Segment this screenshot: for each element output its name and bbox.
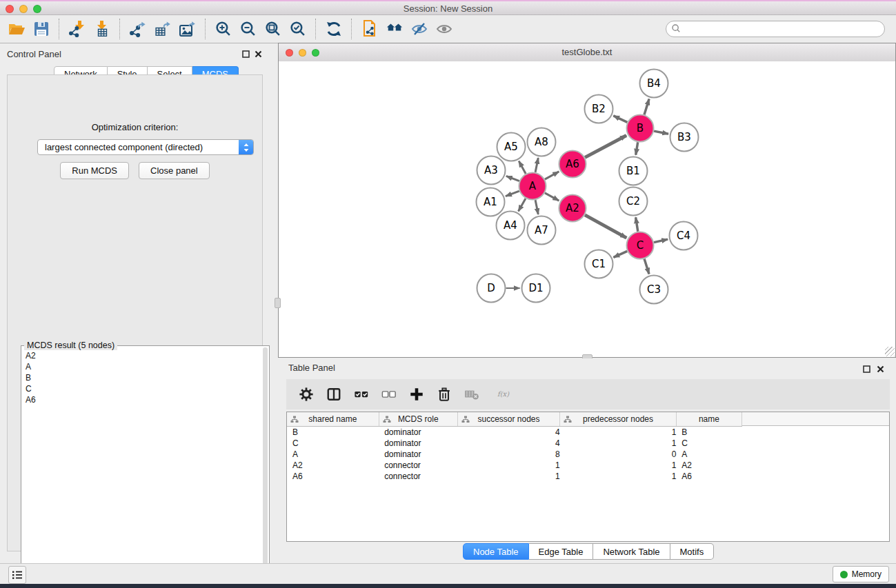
tab-motifs[interactable]: Motifs <box>670 543 715 560</box>
graph-edge-B-B3[interactable] <box>654 131 668 134</box>
table-row[interactable]: Bdominator 41 B <box>287 427 742 438</box>
function-builder-button[interactable]: f(x) <box>490 385 518 403</box>
save-session-button[interactable] <box>29 17 54 41</box>
close-panel-button[interactable] <box>254 50 263 59</box>
add-column-button[interactable] <box>408 385 426 403</box>
run-mcds-button[interactable]: Run MCDS <box>60 162 129 179</box>
window-resize-grip[interactable] <box>885 347 895 356</box>
tab-edge-table[interactable]: Edge Table <box>529 543 594 560</box>
graph-edge-B-B1[interactable] <box>636 142 638 155</box>
graph-edge-B-B4[interactable] <box>644 99 649 115</box>
column-label: predecessor nodes <box>583 414 653 424</box>
graph-edge-A-A5[interactable] <box>519 161 526 174</box>
table-row[interactable]: Cdominator 41 C <box>287 438 742 449</box>
export-table-button[interactable] <box>150 17 175 41</box>
graph-node-label-A6: A6 <box>566 158 579 170</box>
deselect-all-button[interactable] <box>380 385 398 403</box>
home-button[interactable] <box>382 17 407 41</box>
delete-column-button[interactable] <box>435 385 453 403</box>
graph-edge-A-A2[interactable] <box>545 193 559 201</box>
tab-network-table[interactable]: Network Table <box>593 543 670 560</box>
table-row[interactable]: A6connector 11 A6 <box>287 471 742 482</box>
graph-edge-C-C2[interactable] <box>636 217 638 232</box>
float-panel-button[interactable] <box>241 50 250 59</box>
float-icon <box>863 365 870 373</box>
zoom-fit-button[interactable] <box>261 17 286 41</box>
network-window-title: testGlobe.txt <box>279 47 895 57</box>
control-panel: Control Panel Network Style Select MCDS … <box>0 43 270 563</box>
graph-edge-C-C4[interactable] <box>654 239 668 243</box>
show-view-button[interactable] <box>432 17 457 41</box>
homes-icon <box>386 20 404 38</box>
graph-node-label-C3: C3 <box>647 283 661 296</box>
table-close-panel-button[interactable] <box>876 365 885 374</box>
toggle-column-panel-button[interactable] <box>325 385 343 403</box>
graph-node-label-B3: B3 <box>677 131 691 143</box>
table-toolbar: f(x) <box>286 379 890 409</box>
graph-edge-B-B2[interactable] <box>613 116 627 122</box>
graph-node-label-A5: A5 <box>504 141 518 153</box>
tab-node-table[interactable]: Node Table <box>463 543 529 560</box>
criterion-select[interactable]: largest connected component (directed) <box>37 139 254 155</box>
import-network-icon <box>68 20 86 38</box>
table-float-panel-button[interactable] <box>862 365 871 374</box>
export-image-button[interactable] <box>175 17 200 41</box>
column-label: shared name <box>308 414 357 424</box>
table-row[interactable]: A2connector 11 A2 <box>287 460 742 471</box>
graph-node-label-B2: B2 <box>592 103 606 115</box>
network-from-document-button[interactable] <box>357 17 382 41</box>
zoom-in-button[interactable] <box>211 17 236 41</box>
graph-edge-C-C1[interactable] <box>613 251 627 257</box>
toolbar-separator <box>351 19 352 39</box>
graph-edge-C-C3[interactable] <box>644 259 649 274</box>
mcds-result-item[interactable]: C <box>23 383 262 394</box>
search-input[interactable] <box>666 21 885 37</box>
task-history-button[interactable] <box>8 566 26 584</box>
list-icon <box>12 569 23 580</box>
network-canvas[interactable]: AA1A2A3A4A5A6A7A8BB1B2B3B4CC1C2C3C4DD1 <box>279 61 895 357</box>
refresh-button[interactable] <box>321 17 346 41</box>
import-network-button[interactable] <box>65 17 90 41</box>
hide-view-button[interactable] <box>407 17 432 41</box>
graph-edge-A2-C[interactable] <box>585 215 626 238</box>
result-scrollbar[interactable] <box>263 347 268 580</box>
graph-node-label-A4: A4 <box>504 219 517 232</box>
delete-table-button[interactable] <box>463 385 481 403</box>
open-session-button[interactable] <box>4 17 29 41</box>
splitter-grip-left[interactable] <box>275 298 281 308</box>
column-header-predecessor-nodes[interactable]: predecessor nodes <box>560 412 677 427</box>
import-table-button[interactable] <box>90 17 115 41</box>
graph-edge-A6-B[interactable] <box>585 136 626 158</box>
graph-edge-A-A4[interactable] <box>519 199 526 212</box>
hierarchy-icon <box>461 416 470 423</box>
table-settings-button[interactable] <box>297 385 315 403</box>
desktop-background <box>0 584 896 588</box>
column-header-successor-nodes[interactable]: successor nodes <box>457 412 559 427</box>
graph-node-label-C1: C1 <box>592 258 606 270</box>
mcds-result-item[interactable]: A2 <box>23 350 262 361</box>
mcds-result-item[interactable]: A6 <box>23 394 262 405</box>
status-bar: Memory <box>0 563 896 584</box>
select-all-button[interactable] <box>352 385 370 403</box>
hierarchy-icon <box>564 416 572 423</box>
mcds-result-item[interactable]: A <box>23 361 262 372</box>
graph-edge-A-A6[interactable] <box>545 172 559 179</box>
column-header-shared-name[interactable]: shared name <box>287 412 379 427</box>
column-header-mcds-role[interactable]: MCDS role <box>379 412 457 427</box>
export-network-button[interactable] <box>126 17 150 41</box>
graph-edge-A-A3[interactable] <box>506 176 519 181</box>
graph-node-label-A: A <box>529 180 537 192</box>
graph-edge-A-A7[interactable] <box>535 200 538 214</box>
close-panel-button-mcds[interactable]: Close panel <box>139 162 210 179</box>
graph-edge-A-A1[interactable] <box>506 191 519 196</box>
mcds-result-item[interactable]: B <box>23 372 262 383</box>
table-row[interactable]: Adominator 80 A <box>287 449 742 460</box>
zoom-selected-button[interactable] <box>286 17 310 41</box>
memory-button[interactable]: Memory <box>833 566 889 582</box>
column-header-name[interactable]: name <box>676 412 741 427</box>
graph-edge-A-A8[interactable] <box>535 158 538 172</box>
zoom-out-button[interactable] <box>236 17 261 41</box>
close-icon <box>255 50 262 58</box>
column-label: name <box>699 414 719 424</box>
graph-node-label-B4: B4 <box>647 77 661 90</box>
